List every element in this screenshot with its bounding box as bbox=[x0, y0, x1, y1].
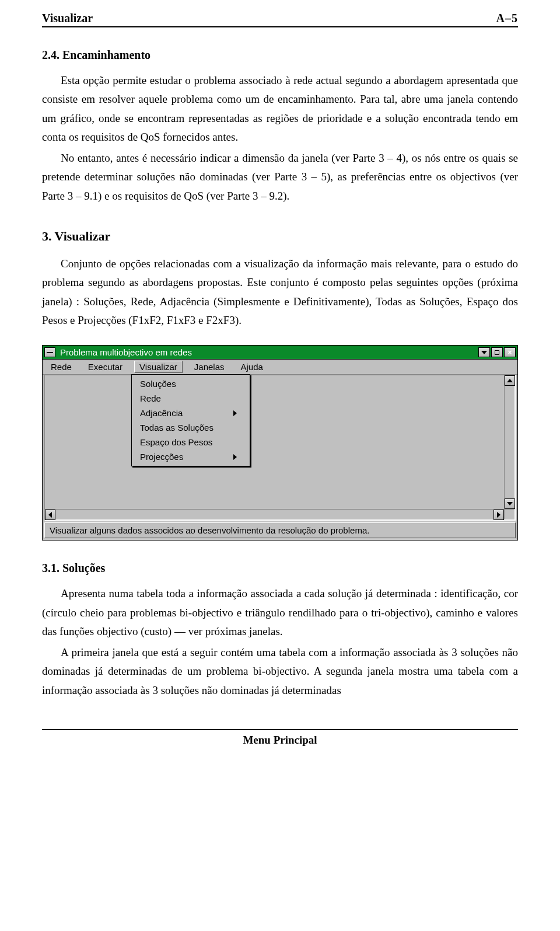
arrow-up-icon bbox=[507, 379, 513, 382]
vertical-scrollbar[interactable] bbox=[504, 375, 514, 509]
page-footer: Menu Principal bbox=[42, 729, 518, 747]
heading-3: 3. Visualizar bbox=[42, 229, 518, 244]
minimize-icon bbox=[481, 351, 487, 354]
titlebar[interactable]: Problema multiobjectivo em redes × bbox=[43, 346, 517, 360]
dd-label: Espaço dos Pesos bbox=[140, 437, 212, 447]
para-3-1-a: Apresenta numa tabela toda a informação … bbox=[42, 584, 518, 641]
dd-todas-solucoes[interactable]: Todas as Soluções bbox=[132, 420, 250, 435]
dd-label: Todas as Soluções bbox=[140, 423, 214, 433]
maximize-icon bbox=[495, 350, 499, 355]
app-window: Problema multiobjectivo em redes × Rede … bbox=[42, 345, 518, 541]
menu-rede[interactable]: Rede bbox=[51, 362, 72, 372]
footer-text: Menu Principal bbox=[243, 734, 317, 746]
close-icon: × bbox=[508, 348, 512, 357]
arrow-right-icon bbox=[497, 512, 501, 518]
dd-rede[interactable]: Rede bbox=[132, 391, 250, 406]
submenu-arrow-icon bbox=[233, 454, 237, 460]
statusbar: Visualizar alguns dados associdos ao des… bbox=[44, 522, 516, 538]
heading-3-1: 3.1. Soluções bbox=[42, 562, 518, 575]
scroll-down-button[interactable] bbox=[505, 498, 515, 509]
para-3-a: Conjunto de opções relacionadas com a vi… bbox=[42, 254, 518, 330]
para-3-1-b: A primeira janela que está a seguir cont… bbox=[42, 643, 518, 700]
client-area: Soluções Rede Adjacência Todas as Soluçõ… bbox=[44, 375, 516, 521]
header-right: A–5 bbox=[496, 12, 518, 25]
scroll-left-button[interactable] bbox=[45, 510, 55, 520]
header-left: Visualizar bbox=[42, 12, 93, 25]
maximize-button[interactable] bbox=[491, 347, 503, 357]
page-running-header: Visualizar A–5 bbox=[42, 12, 518, 27]
minimize-button[interactable] bbox=[478, 347, 490, 357]
close-button[interactable]: × bbox=[504, 347, 516, 357]
para-2-4-a: Esta opção permite estudar o problema as… bbox=[42, 71, 518, 147]
status-text: Visualizar alguns dados associdos ao des… bbox=[50, 525, 369, 535]
arrow-left-icon bbox=[48, 512, 52, 518]
menu-ajuda[interactable]: Ajuda bbox=[241, 362, 263, 372]
dropdown-visualizar: Soluções Rede Adjacência Todas as Soluçõ… bbox=[131, 374, 250, 466]
dd-projeccoes[interactable]: Projecções bbox=[132, 449, 250, 464]
window-title: Problema multiobjectivo em redes bbox=[60, 347, 478, 357]
para-2-4-b: No entanto, antes é necessário indicar a… bbox=[42, 149, 518, 205]
menu-executar[interactable]: Executar bbox=[88, 362, 123, 372]
dd-espaco-pesos[interactable]: Espaço dos Pesos bbox=[132, 435, 250, 449]
dd-label: Rede bbox=[140, 393, 161, 403]
size-grip[interactable] bbox=[504, 509, 514, 519]
dd-label: Adjacência bbox=[140, 408, 183, 418]
dd-label: Projecções bbox=[140, 452, 183, 462]
menubar: Rede Executar Visualizar Janelas Ajuda bbox=[43, 360, 517, 375]
dd-solucoes[interactable]: Soluções bbox=[132, 376, 250, 391]
system-menu-icon[interactable] bbox=[44, 347, 55, 357]
menu-janelas[interactable]: Janelas bbox=[194, 362, 225, 372]
dd-adjacencia[interactable]: Adjacência bbox=[132, 406, 250, 420]
heading-2-4: 2.4. Encaminhamento bbox=[42, 48, 518, 62]
scroll-up-button[interactable] bbox=[505, 375, 515, 386]
arrow-down-icon bbox=[507, 502, 513, 505]
submenu-arrow-icon bbox=[233, 410, 237, 416]
menu-visualizar[interactable]: Visualizar bbox=[134, 361, 183, 373]
scroll-right-button[interactable] bbox=[494, 510, 504, 520]
dd-label: Soluções bbox=[140, 379, 176, 389]
horizontal-scrollbar[interactable] bbox=[45, 509, 504, 519]
